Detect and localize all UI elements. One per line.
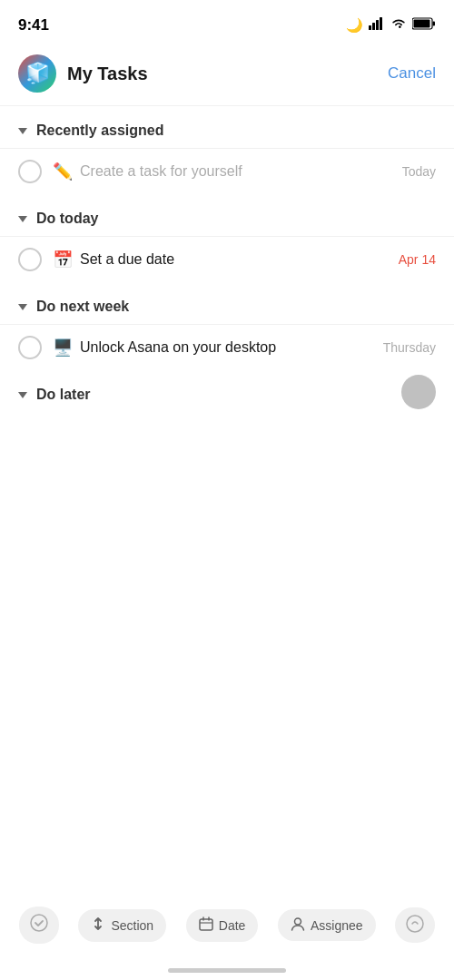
svg-rect-0 [369,25,371,30]
toolbar-more-button[interactable] [395,907,435,943]
scroll-indicator [401,375,436,409]
task-checkbox-unlock-asana[interactable] [18,336,42,359]
section-title-do-next-week: Do next week [36,299,129,315]
cancel-button[interactable]: Cancel [388,64,436,83]
calendar-icon: 📅 [53,250,73,270]
home-indicator [168,968,286,973]
avatar-image: 🧊 [18,54,56,93]
section-recently-assigned[interactable]: Recently assigned [0,106,454,148]
toolbar-section-button[interactable]: Section [78,909,166,942]
task-row-unlock-asana[interactable]: 🖥️ Unlock Asana on your desktop Thursday [0,324,454,370]
section-title-do-today: Do today [36,211,98,227]
section-do-today[interactable]: Do today [0,194,454,236]
pencil-icon: ✏️ [53,162,73,181]
section-sort-icon [91,916,105,935]
task-row-create-task[interactable]: ✏️ Create a task for yourself Today [0,148,454,194]
status-time: 9:41 [18,16,49,34]
svg-rect-3 [380,17,382,30]
chevron-down-icon-2 [18,216,27,222]
svg-rect-8 [200,919,212,930]
task-date-create-task: Today [402,164,436,179]
avatar[interactable]: 🧊 [18,54,56,93]
svg-rect-1 [372,23,375,30]
desktop-icon: 🖥️ [53,338,73,358]
status-bar: 9:41 🌙 [0,0,454,45]
chevron-down-icon-4 [18,392,27,398]
svg-point-7 [31,915,47,931]
task-checkbox-set-due-date[interactable] [18,248,42,271]
section-title-do-later: Do later [36,387,91,403]
check-icon [30,914,48,936]
toolbar-date-button[interactable]: Date [186,909,259,942]
signal-icon [369,17,385,34]
moon-icon: 🌙 [346,17,363,34]
assignee-icon [291,916,305,934]
svg-rect-5 [433,22,436,26]
task-checkbox-create-task[interactable] [18,160,42,183]
date-icon [199,916,213,935]
task-text-create-task[interactable]: Create a task for yourself [80,163,395,180]
wifi-icon [390,17,407,34]
section-label: Section [111,918,153,933]
assignee-label: Assignee [311,918,363,933]
section-title-recently-assigned: Recently assigned [36,122,164,139]
page-title: My Tasks [67,64,388,84]
task-text-set-due-date[interactable]: Set a due date [80,251,391,268]
svg-rect-2 [376,20,379,30]
battery-icon [412,17,436,34]
header: 🧊 My Tasks Cancel [0,45,454,106]
chevron-down-icon-3 [18,304,27,310]
more-icon [406,915,424,936]
status-icons: 🌙 [346,17,436,34]
toolbar-assignee-button[interactable]: Assignee [278,909,376,941]
chevron-down-icon [18,128,27,134]
section-do-next-week[interactable]: Do next week [0,282,454,324]
task-row-set-due-date[interactable]: 📅 Set a due date Apr 14 [0,236,454,282]
toolbar-complete-button[interactable] [19,906,59,944]
sections-container: Recently assigned ✏️ Create a task for y… [0,106,454,412]
task-date-unlock-asana: Thursday [383,340,436,355]
svg-point-9 [294,918,301,925]
date-label: Date [219,918,246,933]
svg-rect-6 [414,20,430,28]
bottom-toolbar: Section Date Assignee [0,897,454,953]
svg-point-10 [407,916,423,932]
section-do-later[interactable]: Do later [0,370,454,412]
task-text-unlock-asana[interactable]: Unlock Asana on your desktop [80,339,376,356]
task-date-set-due-date: Apr 14 [399,252,436,267]
